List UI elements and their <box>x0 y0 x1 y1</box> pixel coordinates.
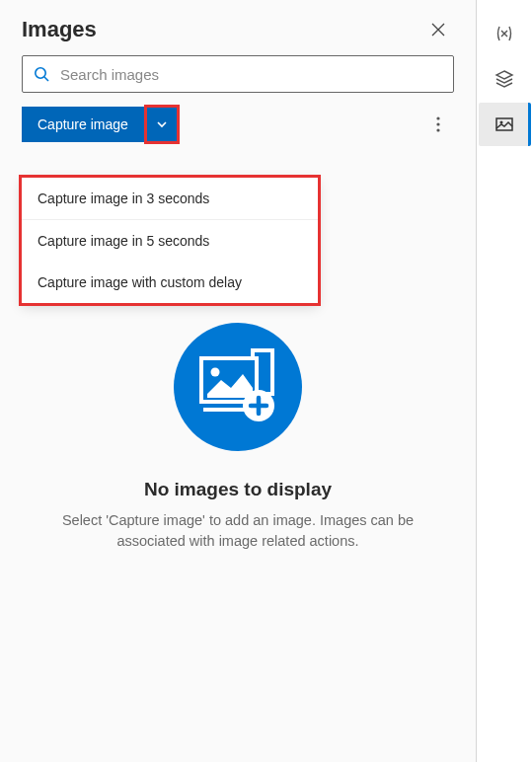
rail-item-images[interactable] <box>479 103 531 146</box>
svg-point-6 <box>211 367 220 376</box>
images-panel: Images Capture image Capture image in 3 … <box>0 0 477 762</box>
search-icon <box>33 65 50 83</box>
search-container <box>0 55 476 107</box>
variables-icon <box>494 24 514 43</box>
capture-dropdown-toggle[interactable] <box>146 107 178 142</box>
layers-icon <box>494 69 514 89</box>
empty-title: No images to display <box>144 479 332 500</box>
dropdown-item-3sec[interactable]: Capture image in 3 seconds <box>22 178 318 220</box>
panel-title: Images <box>22 17 97 42</box>
svg-point-10 <box>500 121 503 124</box>
search-input[interactable] <box>60 66 443 83</box>
images-icon <box>494 114 514 134</box>
dropdown-item-5sec[interactable]: Capture image in 5 seconds <box>22 220 318 262</box>
close-icon <box>431 23 445 37</box>
empty-subtitle: Select 'Capture image' to add an image. … <box>49 510 426 552</box>
capture-button[interactable]: Capture image <box>22 107 144 142</box>
chevron-down-icon <box>156 118 168 130</box>
close-button[interactable] <box>422 14 454 45</box>
capture-split-button: Capture image <box>22 107 178 142</box>
empty-state-graphic <box>174 323 302 451</box>
search-box[interactable] <box>22 55 454 93</box>
right-rail <box>477 0 532 762</box>
dropdown-item-custom[interactable]: Capture image with custom delay <box>22 262 318 303</box>
rail-item-layers[interactable] <box>481 57 528 101</box>
svg-point-1 <box>436 116 439 119</box>
rail-item-variables[interactable] <box>481 12 528 55</box>
panel-header: Images <box>0 0 476 55</box>
svg-point-2 <box>436 122 439 125</box>
more-options-button[interactable] <box>422 109 454 140</box>
kebab-icon <box>436 116 440 132</box>
toolbar: Capture image <box>0 107 476 142</box>
image-add-icon <box>197 348 278 425</box>
capture-dropdown-menu: Capture image in 3 seconds Capture image… <box>22 178 318 303</box>
svg-point-3 <box>436 128 439 131</box>
svg-point-0 <box>36 68 45 78</box>
